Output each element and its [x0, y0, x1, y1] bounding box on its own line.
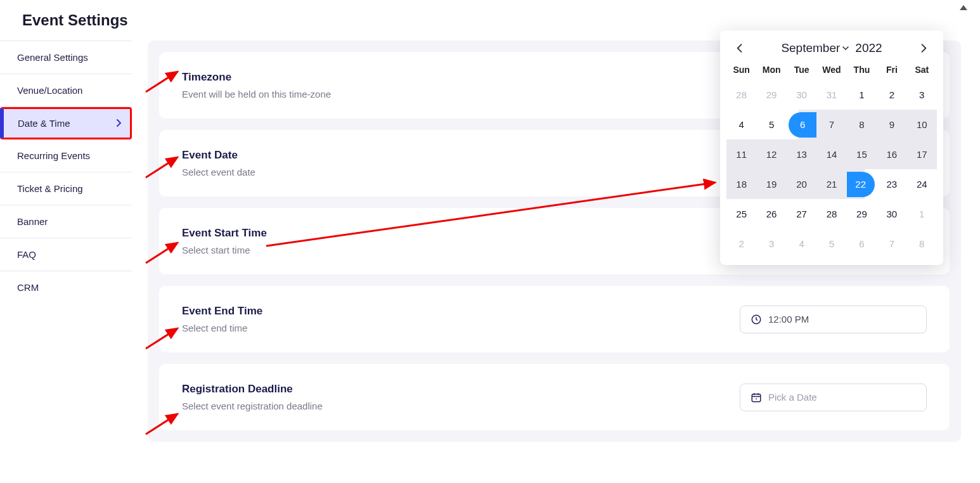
month-label: September [781, 41, 840, 55]
calendar-day[interactable]: 7 [877, 229, 906, 259]
card-end-time: Event End Time Select end time 12:00 PM [159, 286, 950, 352]
sidebar-item-banner[interactable]: Banner [0, 205, 132, 238]
calendar-day[interactable]: 20 [787, 169, 816, 199]
card-subtitle: Select event date [182, 167, 255, 177]
sidebar-item-label: Banner [17, 216, 48, 227]
calendar-day[interactable]: 11 [726, 139, 756, 169]
sidebar-item-label: FAQ [17, 249, 36, 260]
card-subtitle: Select start time [182, 245, 267, 255]
calendar-day[interactable]: 18 [726, 169, 756, 199]
sidebar-item-label: CRM [17, 282, 39, 293]
calendar-day[interactable]: 7 [816, 110, 846, 139]
calendar-day[interactable]: 29 [847, 199, 877, 229]
calendar-day[interactable]: 5 [756, 110, 786, 139]
field-value: 12:00 PM [768, 314, 809, 325]
calendar-day[interactable]: 25 [726, 199, 756, 229]
sidebar-item-label: Date & Time [18, 118, 70, 129]
calendar-day[interactable]: 12 [756, 139, 786, 169]
sidebar-item-date-time[interactable]: Date & Time [0, 107, 132, 139]
calendar-day[interactable]: 21 [816, 169, 846, 199]
card-registration-deadline: Registration Deadline Select event regis… [159, 364, 950, 430]
calendar-day[interactable]: 4 [787, 229, 816, 259]
calendar-day[interactable]: 19 [756, 169, 786, 199]
calendar-day[interactable]: 15 [847, 139, 877, 169]
calendar-day[interactable]: 31 [816, 80, 846, 110]
month-select[interactable]: September [781, 41, 849, 55]
clock-icon [751, 314, 762, 325]
calendar-day[interactable]: 3 [907, 80, 937, 110]
sidebar-item-venue[interactable]: Venue/Location [0, 74, 132, 107]
sidebar-item-general[interactable]: General Settings [0, 41, 132, 74]
dow-label: Sat [907, 61, 937, 80]
calendar-day[interactable]: 1 [847, 80, 877, 110]
calendar-day[interactable]: 5 [816, 229, 846, 259]
sidebar-item-faq[interactable]: FAQ [0, 238, 132, 271]
calendar-title: September 2022 [781, 41, 882, 55]
dow-label: Mon [756, 61, 786, 80]
calendar-day[interactable]: 2 [877, 80, 906, 110]
card-title: Registration Deadline [182, 383, 323, 396]
calendar-icon [751, 392, 762, 403]
calendar-day[interactable]: 23 [877, 169, 906, 199]
calendar-grid: SunMonTueWedThuFriSat2829303112345678910… [726, 61, 937, 259]
date-picker-popover: September 2022 SunMonTueWedThuFriSat2829… [720, 30, 943, 265]
calendar-day[interactable]: 22 [847, 169, 877, 199]
calendar-day[interactable]: 6 [847, 229, 877, 259]
dow-label: Fri [877, 61, 906, 80]
year-label[interactable]: 2022 [855, 41, 882, 55]
scroll-up-indicator[interactable] [960, 5, 967, 10]
sidebar-item-label: Ticket & Pricing [17, 183, 83, 194]
dow-label: Thu [847, 61, 877, 80]
calendar-day[interactable]: 28 [816, 199, 846, 229]
calendar-day[interactable]: 26 [756, 199, 786, 229]
card-title: Event Start Time [182, 227, 267, 240]
chevron-down-icon [842, 46, 849, 51]
calendar-day[interactable]: 13 [787, 139, 816, 169]
next-month-button[interactable] [917, 41, 932, 56]
card-title: Event Date [182, 149, 255, 162]
calendar-day[interactable]: 4 [726, 110, 756, 139]
card-subtitle: Event will be held on this time-zone [182, 89, 331, 100]
card-subtitle: Select event registration deadline [182, 401, 323, 411]
calendar-day[interactable]: 3 [756, 229, 786, 259]
chevron-right-icon [116, 119, 122, 129]
dow-label: Tue [787, 61, 816, 80]
card-subtitle: Select end time [182, 323, 262, 333]
end-time-field[interactable]: 12:00 PM [740, 306, 927, 333]
calendar-day[interactable]: 8 [907, 229, 937, 259]
sidebar-item-recurring[interactable]: Recurring Events [0, 139, 132, 172]
prev-month-button[interactable] [732, 41, 747, 56]
calendar-day[interactable]: 10 [907, 110, 937, 139]
calendar-day[interactable]: 14 [816, 139, 846, 169]
calendar-day[interactable]: 30 [787, 80, 816, 110]
calendar-day[interactable]: 16 [877, 139, 906, 169]
sidebar-item-ticket-pricing[interactable]: Ticket & Pricing [0, 172, 132, 205]
card-title: Event End Time [182, 305, 262, 318]
field-placeholder: Pick a Date [768, 392, 817, 402]
calendar-day[interactable]: 1 [907, 199, 937, 229]
calendar-day[interactable]: 2 [726, 229, 756, 259]
dow-label: Wed [816, 61, 846, 80]
calendar-day[interactable]: 6 [787, 110, 816, 139]
sidebar-item-label: Recurring Events [17, 150, 90, 161]
svg-point-3 [756, 398, 757, 399]
settings-sidebar: General Settings Venue/Location Date & T… [0, 41, 132, 304]
calendar-day[interactable]: 27 [787, 199, 816, 229]
calendar-day[interactable]: 8 [847, 110, 877, 139]
calendar-day[interactable]: 30 [877, 199, 906, 229]
calendar-day[interactable]: 29 [756, 80, 786, 110]
calendar-day[interactable]: 24 [907, 169, 937, 199]
card-title: Timezone [182, 71, 331, 84]
svg-rect-2 [752, 394, 761, 401]
calendar-day[interactable]: 28 [726, 80, 756, 110]
sidebar-item-crm[interactable]: CRM [0, 271, 132, 304]
sidebar-item-label: General Settings [17, 52, 88, 63]
calendar-day[interactable]: 9 [877, 110, 906, 139]
calendar-day[interactable]: 17 [907, 139, 937, 169]
dow-label: Sun [726, 61, 756, 80]
sidebar-item-label: Venue/Location [17, 85, 82, 96]
registration-deadline-field[interactable]: Pick a Date [740, 383, 927, 411]
